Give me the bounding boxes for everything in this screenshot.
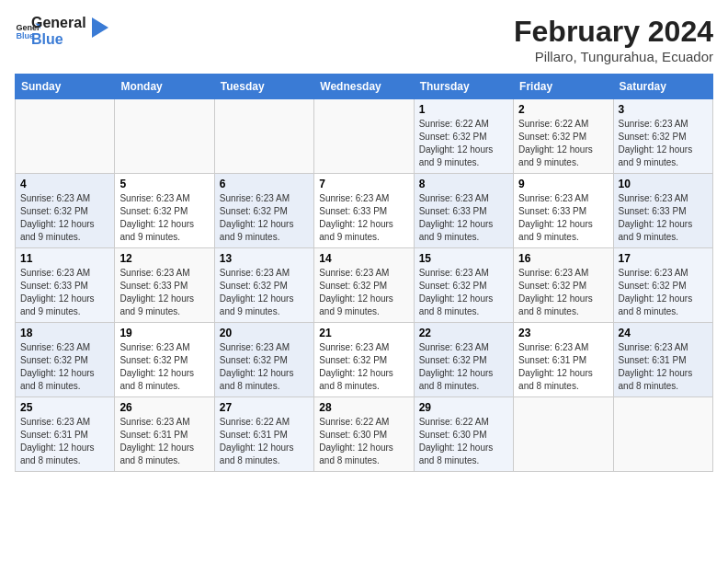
calendar-cell: 7Sunrise: 6:23 AM Sunset: 6:33 PM Daylig… bbox=[314, 174, 414, 248]
calendar-cell: 21Sunrise: 6:23 AM Sunset: 6:32 PM Dayli… bbox=[314, 323, 414, 397]
calendar-cell: 14Sunrise: 6:23 AM Sunset: 6:32 PM Dayli… bbox=[314, 248, 414, 323]
day-info: Sunrise: 6:23 AM Sunset: 6:32 PM Dayligh… bbox=[220, 192, 309, 244]
calendar-cell: 24Sunrise: 6:23 AM Sunset: 6:31 PM Dayli… bbox=[613, 323, 712, 397]
day-number: 7 bbox=[319, 178, 408, 190]
day-number: 5 bbox=[119, 178, 209, 190]
day-info: Sunrise: 6:23 AM Sunset: 6:33 PM Dayligh… bbox=[419, 192, 508, 244]
calendar-cell: 6Sunrise: 6:23 AM Sunset: 6:32 PM Daylig… bbox=[214, 174, 313, 248]
day-info: Sunrise: 6:23 AM Sunset: 6:32 PM Dayligh… bbox=[518, 267, 608, 318]
calendar-cell bbox=[16, 99, 115, 174]
day-number: 24 bbox=[619, 327, 708, 339]
day-info: Sunrise: 6:23 AM Sunset: 6:33 PM Dayligh… bbox=[119, 267, 209, 318]
calendar-header-saturday: Saturday bbox=[613, 75, 712, 99]
calendar-header-row: SundayMondayTuesdayWednesdayThursdayFrid… bbox=[16, 75, 713, 99]
day-info: Sunrise: 6:22 AM Sunset: 6:32 PM Dayligh… bbox=[419, 118, 508, 169]
day-number: 16 bbox=[518, 252, 608, 265]
calendar-week-row: 18Sunrise: 6:23 AM Sunset: 6:32 PM Dayli… bbox=[16, 323, 713, 397]
calendar-cell: 1Sunrise: 6:22 AM Sunset: 6:32 PM Daylig… bbox=[414, 99, 513, 174]
calendar-cell: 29Sunrise: 6:22 AM Sunset: 6:30 PM Dayli… bbox=[414, 397, 513, 472]
calendar-header-thursday: Thursday bbox=[414, 75, 513, 99]
calendar-week-row: 25Sunrise: 6:23 AM Sunset: 6:31 PM Dayli… bbox=[16, 397, 713, 472]
day-info: Sunrise: 6:23 AM Sunset: 6:32 PM Dayligh… bbox=[119, 192, 209, 244]
calendar-header-monday: Monday bbox=[115, 75, 214, 99]
day-info: Sunrise: 6:23 AM Sunset: 6:32 PM Dayligh… bbox=[419, 341, 508, 393]
calendar-cell bbox=[214, 99, 313, 174]
day-info: Sunrise: 6:22 AM Sunset: 6:30 PM Dayligh… bbox=[319, 416, 408, 467]
calendar-cell: 28Sunrise: 6:22 AM Sunset: 6:30 PM Dayli… bbox=[314, 397, 414, 472]
day-info: Sunrise: 6:23 AM Sunset: 6:31 PM Dayligh… bbox=[619, 341, 708, 393]
title-area: February 2024 Pillaro, Tungurahua, Ecuad… bbox=[514, 15, 713, 64]
day-number: 21 bbox=[319, 327, 408, 339]
day-info: Sunrise: 6:23 AM Sunset: 6:33 PM Dayligh… bbox=[20, 267, 109, 318]
day-info: Sunrise: 6:23 AM Sunset: 6:32 PM Dayligh… bbox=[419, 267, 508, 318]
day-info: Sunrise: 6:23 AM Sunset: 6:32 PM Dayligh… bbox=[619, 118, 708, 169]
day-number: 22 bbox=[419, 327, 508, 339]
day-info: Sunrise: 6:23 AM Sunset: 6:32 PM Dayligh… bbox=[319, 267, 408, 318]
day-number: 20 bbox=[220, 327, 309, 339]
calendar-cell: 23Sunrise: 6:23 AM Sunset: 6:31 PM Dayli… bbox=[514, 323, 613, 397]
day-number: 17 bbox=[619, 252, 708, 265]
calendar-cell: 25Sunrise: 6:23 AM Sunset: 6:31 PM Dayli… bbox=[16, 397, 115, 472]
day-number: 6 bbox=[220, 178, 309, 190]
day-number: 8 bbox=[419, 178, 508, 190]
day-info: Sunrise: 6:23 AM Sunset: 6:32 PM Dayligh… bbox=[119, 341, 209, 393]
day-info: Sunrise: 6:22 AM Sunset: 6:32 PM Dayligh… bbox=[518, 118, 608, 169]
day-info: Sunrise: 6:23 AM Sunset: 6:32 PM Dayligh… bbox=[319, 341, 408, 393]
day-info: Sunrise: 6:23 AM Sunset: 6:32 PM Dayligh… bbox=[619, 267, 708, 318]
calendar-body: 1Sunrise: 6:22 AM Sunset: 6:32 PM Daylig… bbox=[16, 99, 713, 472]
day-info: Sunrise: 6:23 AM Sunset: 6:33 PM Dayligh… bbox=[619, 192, 708, 244]
calendar-table: SundayMondayTuesdayWednesdayThursdayFrid… bbox=[15, 74, 713, 472]
day-info: Sunrise: 6:23 AM Sunset: 6:31 PM Dayligh… bbox=[518, 341, 608, 393]
calendar-cell bbox=[613, 397, 712, 472]
day-info: Sunrise: 6:23 AM Sunset: 6:33 PM Dayligh… bbox=[319, 192, 408, 244]
calendar-header-wednesday: Wednesday bbox=[314, 75, 414, 99]
calendar-cell bbox=[314, 99, 414, 174]
calendar-cell: 4Sunrise: 6:23 AM Sunset: 6:32 PM Daylig… bbox=[16, 174, 115, 248]
logo-blue: Blue bbox=[31, 31, 86, 48]
calendar-header-friday: Friday bbox=[514, 75, 613, 99]
logo: General Blue General Blue bbox=[15, 15, 108, 47]
calendar-cell: 20Sunrise: 6:23 AM Sunset: 6:32 PM Dayli… bbox=[214, 323, 313, 397]
calendar-cell: 9Sunrise: 6:23 AM Sunset: 6:33 PM Daylig… bbox=[514, 174, 613, 248]
day-number: 29 bbox=[419, 401, 508, 414]
day-info: Sunrise: 6:23 AM Sunset: 6:32 PM Dayligh… bbox=[20, 341, 109, 393]
svg-marker-3 bbox=[92, 17, 108, 38]
calendar-cell bbox=[514, 397, 613, 472]
day-number: 14 bbox=[319, 252, 408, 265]
day-info: Sunrise: 6:22 AM Sunset: 6:30 PM Dayligh… bbox=[419, 416, 508, 467]
calendar-cell: 27Sunrise: 6:22 AM Sunset: 6:31 PM Dayli… bbox=[214, 397, 313, 472]
day-info: Sunrise: 6:23 AM Sunset: 6:31 PM Dayligh… bbox=[119, 416, 209, 467]
calendar-cell: 3Sunrise: 6:23 AM Sunset: 6:32 PM Daylig… bbox=[613, 99, 712, 174]
page-title: February 2024 bbox=[514, 15, 713, 49]
day-number: 28 bbox=[319, 401, 408, 414]
day-number: 25 bbox=[20, 401, 109, 414]
calendar-cell: 26Sunrise: 6:23 AM Sunset: 6:31 PM Dayli… bbox=[115, 397, 214, 472]
calendar-header-tuesday: Tuesday bbox=[214, 75, 313, 99]
day-number: 12 bbox=[119, 252, 209, 265]
logo-arrow-icon bbox=[92, 17, 108, 38]
calendar-week-row: 1Sunrise: 6:22 AM Sunset: 6:32 PM Daylig… bbox=[16, 99, 713, 174]
calendar-week-row: 11Sunrise: 6:23 AM Sunset: 6:33 PM Dayli… bbox=[16, 248, 713, 323]
calendar-cell: 8Sunrise: 6:23 AM Sunset: 6:33 PM Daylig… bbox=[414, 174, 513, 248]
calendar-cell: 18Sunrise: 6:23 AM Sunset: 6:32 PM Dayli… bbox=[16, 323, 115, 397]
calendar-week-row: 4Sunrise: 6:23 AM Sunset: 6:32 PM Daylig… bbox=[16, 174, 713, 248]
page-header: General Blue General Blue February 2024 … bbox=[15, 15, 713, 64]
day-info: Sunrise: 6:23 AM Sunset: 6:32 PM Dayligh… bbox=[20, 192, 109, 244]
day-number: 4 bbox=[20, 178, 109, 190]
day-number: 13 bbox=[220, 252, 309, 265]
calendar-cell: 22Sunrise: 6:23 AM Sunset: 6:32 PM Dayli… bbox=[414, 323, 513, 397]
calendar-cell: 2Sunrise: 6:22 AM Sunset: 6:32 PM Daylig… bbox=[514, 99, 613, 174]
calendar-cell: 19Sunrise: 6:23 AM Sunset: 6:32 PM Dayli… bbox=[115, 323, 214, 397]
day-info: Sunrise: 6:23 AM Sunset: 6:31 PM Dayligh… bbox=[20, 416, 109, 467]
calendar-cell: 5Sunrise: 6:23 AM Sunset: 6:32 PM Daylig… bbox=[115, 174, 214, 248]
calendar-cell: 12Sunrise: 6:23 AM Sunset: 6:33 PM Dayli… bbox=[115, 248, 214, 323]
day-number: 26 bbox=[119, 401, 209, 414]
calendar-cell: 11Sunrise: 6:23 AM Sunset: 6:33 PM Dayli… bbox=[16, 248, 115, 323]
day-info: Sunrise: 6:23 AM Sunset: 6:32 PM Dayligh… bbox=[220, 341, 309, 393]
calendar-cell: 17Sunrise: 6:23 AM Sunset: 6:32 PM Dayli… bbox=[613, 248, 712, 323]
calendar-cell: 13Sunrise: 6:23 AM Sunset: 6:32 PM Dayli… bbox=[214, 248, 313, 323]
day-number: 1 bbox=[419, 103, 508, 116]
calendar-cell bbox=[115, 99, 214, 174]
day-number: 27 bbox=[220, 401, 309, 414]
calendar-cell: 15Sunrise: 6:23 AM Sunset: 6:32 PM Dayli… bbox=[414, 248, 513, 323]
